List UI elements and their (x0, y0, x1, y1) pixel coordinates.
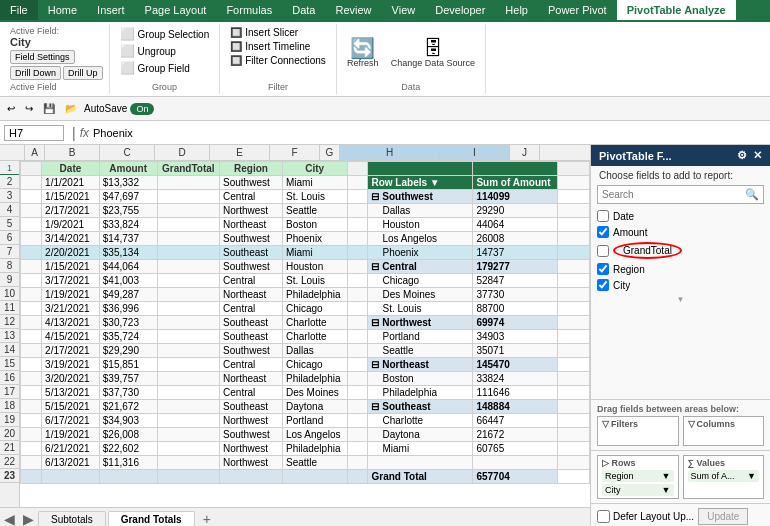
cell-d6[interactable] (157, 232, 220, 246)
cell-d20[interactable] (157, 428, 220, 442)
cell-j19[interactable] (558, 414, 590, 428)
cell-e6[interactable]: Southwest (220, 232, 283, 246)
row-header-12[interactable]: 12 (0, 315, 19, 329)
cell-c14[interactable]: $29,290 (99, 344, 157, 358)
cell-e3[interactable]: Central (220, 190, 283, 204)
cell-reference[interactable] (4, 125, 64, 141)
cell-a15[interactable] (21, 358, 42, 372)
cell-i5-houston[interactable]: 44064 (473, 218, 558, 232)
cell-i19-charlotte[interactable]: 66447 (473, 414, 558, 428)
cell-e20[interactable]: Southwest (220, 428, 283, 442)
cell-j12[interactable] (558, 316, 590, 330)
cell-i18-southeast[interactable]: 148884 (473, 400, 558, 414)
cell-d17[interactable] (157, 386, 220, 400)
cell-j8[interactable] (558, 260, 590, 274)
cell-d4[interactable] (157, 204, 220, 218)
cell-f19[interactable]: Portland (282, 414, 347, 428)
row-header-16[interactable]: 16 (0, 371, 19, 385)
cell-j14[interactable] (558, 344, 590, 358)
cell-b19[interactable]: 6/17/2021 (42, 414, 100, 428)
tab-developer[interactable]: Developer (425, 0, 495, 20)
cell-h2[interactable]: Row Labels ▼ (368, 176, 473, 190)
cell-j6[interactable] (558, 232, 590, 246)
cell-e13[interactable]: Southeast (220, 330, 283, 344)
cell-c13[interactable]: $35,724 (99, 330, 157, 344)
cell-h23-grandtotal[interactable]: Grand Total (368, 470, 473, 484)
cell-f4[interactable]: Seattle (282, 204, 347, 218)
cell-c2[interactable]: $13,332 (99, 176, 157, 190)
cell-e17[interactable]: Central (220, 386, 283, 400)
cell-j23[interactable] (558, 470, 590, 484)
cell-i13-portland[interactable]: 34903 (473, 330, 558, 344)
cell-j16[interactable] (558, 372, 590, 386)
cell-f3[interactable]: St. Louis (282, 190, 347, 204)
cell-b8[interactable]: 1/15/2021 (42, 260, 100, 274)
cell-j2[interactable] (558, 176, 590, 190)
rows-zone[interactable]: ▷ Rows Region ▼ City ▼ (597, 455, 679, 499)
cell-d3[interactable] (157, 190, 220, 204)
cell-e11[interactable]: Central (220, 302, 283, 316)
cell-g16[interactable] (347, 372, 368, 386)
cell-g19[interactable] (347, 414, 368, 428)
cell-b5[interactable]: 1/9/2021 (42, 218, 100, 232)
cell-b9[interactable]: 3/17/2021 (42, 274, 100, 288)
cell-h14-seattle[interactable]: Seattle (368, 344, 473, 358)
cell-c22[interactable]: $11,316 (99, 456, 157, 470)
cell-a23[interactable] (21, 470, 42, 484)
cell-a8[interactable] (21, 260, 42, 274)
cell-a7[interactable] (21, 246, 42, 260)
cell-a21[interactable] (21, 442, 42, 456)
col-header-g[interactable]: G (320, 145, 340, 160)
sheet-nav-right[interactable]: ▶ (19, 511, 38, 527)
sheet-tab-grand-totals[interactable]: Grand Totals (108, 511, 195, 527)
cell-f2[interactable]: Miami (282, 176, 347, 190)
cell-d11[interactable] (157, 302, 220, 316)
cell-g23[interactable] (347, 470, 368, 484)
cell-d8[interactable] (157, 260, 220, 274)
cell-e15[interactable]: Central (220, 358, 283, 372)
cell-g13[interactable] (347, 330, 368, 344)
change-data-source-button[interactable]: 🗄 Change Data Source (387, 36, 479, 70)
cell-e12[interactable]: Southeast (220, 316, 283, 330)
cell-e8[interactable]: Southwest (220, 260, 283, 274)
pivot-close-icon[interactable]: ✕ (753, 149, 762, 162)
group-selection-button[interactable]: ⬜ Group Selection (116, 26, 214, 42)
cell-c21[interactable]: $22,602 (99, 442, 157, 456)
cell-j11[interactable] (558, 302, 590, 316)
cell-d1[interactable]: GrandTotal (157, 162, 220, 176)
cell-c15[interactable]: $15,851 (99, 358, 157, 372)
cell-d7[interactable] (157, 246, 220, 260)
row-header-20[interactable]: 20 (0, 427, 19, 441)
cell-f6[interactable]: Phoenix (282, 232, 347, 246)
cell-e7[interactable]: Southeast (220, 246, 283, 260)
cell-h15-northeast[interactable]: ⊟ Northeast (368, 358, 473, 372)
cell-c17[interactable]: $37,730 (99, 386, 157, 400)
cell-g22[interactable] (347, 456, 368, 470)
cell-e18[interactable]: Southeast (220, 400, 283, 414)
group-field-button[interactable]: ⬜ Group Field (116, 60, 194, 76)
cell-f9[interactable]: St. Louis (282, 274, 347, 288)
tab-page-layout[interactable]: Page Layout (135, 0, 217, 20)
cell-f13[interactable]: Charlotte (282, 330, 347, 344)
col-header-j[interactable]: J (510, 145, 540, 160)
cell-b16[interactable]: 3/20/2021 (42, 372, 100, 386)
cell-c19[interactable]: $34,903 (99, 414, 157, 428)
cell-f17[interactable]: Des Moines (282, 386, 347, 400)
cell-i14-seattle[interactable]: 35071 (473, 344, 558, 358)
pivot-field-amount-checkbox[interactable] (597, 226, 609, 238)
col-header-c[interactable]: C (100, 145, 155, 160)
cell-h10-desmoines[interactable]: Des Moines (368, 288, 473, 302)
cell-g14[interactable] (347, 344, 368, 358)
pivot-field-grandtotal-checkbox[interactable] (597, 245, 609, 257)
cell-b17[interactable]: 5/13/2021 (42, 386, 100, 400)
cell-c6[interactable]: $14,737 (99, 232, 157, 246)
filters-zone[interactable]: ▽ Filters (597, 416, 679, 446)
cell-a5[interactable] (21, 218, 42, 232)
cell-b3[interactable]: 1/15/2021 (42, 190, 100, 204)
tab-home[interactable]: Home (38, 0, 87, 20)
cell-d10[interactable] (157, 288, 220, 302)
cell-h20-daytona[interactable]: Daytona (368, 428, 473, 442)
add-sheet-button[interactable]: + (197, 509, 217, 527)
col-header-b[interactable]: B (45, 145, 100, 160)
row-header-18[interactable]: 18 (0, 399, 19, 413)
